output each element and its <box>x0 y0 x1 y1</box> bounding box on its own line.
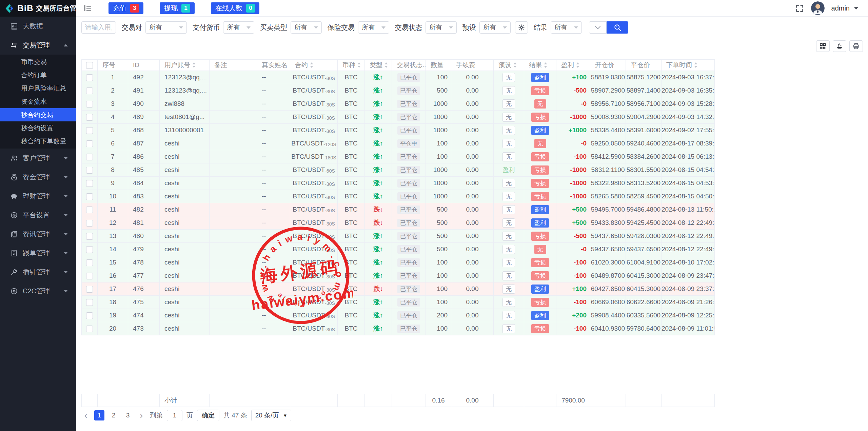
status-tag: 已平仓 <box>397 272 420 280</box>
column-header-result[interactable]: 结果 <box>524 60 556 71</box>
preset-button[interactable]: 无 <box>502 86 515 95</box>
result-select[interactable]: 所有 <box>551 21 582 34</box>
row-checkbox[interactable] <box>86 114 93 121</box>
online-users-button[interactable]: 在线人数0 <box>211 2 259 14</box>
sidebar-item-c2c-management[interactable]: C2C管理 <box>0 281 76 300</box>
sidebar-item-pin-management[interactable]: 插针管理 <box>0 262 76 281</box>
preset-button[interactable]: 无 <box>502 99 515 109</box>
sidebar-item-news-management[interactable]: 资讯管理 <box>0 224 76 243</box>
preset-button[interactable]: 无 <box>502 152 515 161</box>
next-page-button[interactable]: › <box>137 410 146 420</box>
column-header-type[interactable]: 类型 <box>365 60 392 71</box>
row-checkbox[interactable] <box>86 312 93 319</box>
row-checkbox[interactable] <box>86 127 93 134</box>
row-checkbox[interactable] <box>86 246 93 253</box>
pay-currency-select[interactable]: 所有 <box>223 21 254 34</box>
row-checkbox[interactable] <box>86 87 93 94</box>
fullscreen-icon[interactable] <box>795 4 804 13</box>
sort-icon <box>357 62 361 68</box>
user-id-input[interactable] <box>81 21 116 34</box>
prev-page-button[interactable]: ‹ <box>81 410 90 420</box>
preset-button[interactable]: 无 <box>502 311 515 320</box>
row-checkbox[interactable] <box>86 233 93 240</box>
preset-button[interactable]: 无 <box>502 205 515 214</box>
row-checkbox[interactable] <box>86 101 93 107</box>
page-button-1[interactable]: 1 <box>94 410 104 420</box>
insurance-trade-select[interactable]: 所有 <box>358 21 389 34</box>
row-checkbox[interactable] <box>86 259 93 266</box>
menu-toggle-icon[interactable] <box>83 4 92 13</box>
trade-status-select[interactable]: 所有 <box>426 21 457 34</box>
preset-button[interactable]: 无 <box>502 218 515 228</box>
confirm-page-button[interactable]: 确定 <box>197 410 219 421</box>
sidebar-subitem[interactable]: 合约订单 <box>0 68 76 82</box>
preset-button[interactable]: 无 <box>502 192 515 201</box>
export-button[interactable] <box>833 40 846 52</box>
buy-sell-type-select[interactable]: 所有 <box>291 21 322 34</box>
preset-button[interactable]: 无 <box>502 139 515 148</box>
cell-preset: 无 <box>494 282 524 296</box>
user-name[interactable]: admin <box>831 4 850 12</box>
row-checkbox[interactable] <box>86 167 93 174</box>
select-all-checkbox[interactable] <box>86 62 93 69</box>
preset-button[interactable]: 无 <box>502 298 515 307</box>
sidebar-subitem[interactable]: 秒合约交易 <box>0 108 76 121</box>
sidebar-subitem[interactable]: 币币交易 <box>0 55 76 68</box>
search-button[interactable] <box>607 21 628 34</box>
row-checkbox[interactable] <box>86 140 93 147</box>
row-checkbox[interactable] <box>86 180 93 187</box>
column-header-preset[interactable]: 预设 <box>494 60 524 71</box>
column-header-time[interactable]: 下单时间 <box>662 60 715 71</box>
preset-select[interactable]: 所有 <box>479 21 511 34</box>
per-page-select[interactable]: 20 条/页▼ <box>251 410 292 421</box>
column-header-profit[interactable]: 盈利 <box>556 60 590 71</box>
sidebar-item-platform-settings[interactable]: 平台设置 <box>0 205 76 224</box>
sidebar-item-trade-management[interactable]: 交易管理 <box>0 36 76 55</box>
print-button[interactable] <box>849 40 863 52</box>
column-header-status[interactable]: 交易状态.. <box>392 60 426 71</box>
preset-button[interactable]: 无 <box>502 245 515 254</box>
cell-fee: 0.00 <box>451 256 494 269</box>
preset-gear-button[interactable] <box>515 21 528 34</box>
row-checkbox[interactable] <box>86 193 93 200</box>
page-button-2[interactable]: 2 <box>108 410 119 420</box>
sidebar-item-customer-management[interactable]: 客户管理 <box>0 149 76 168</box>
goto-page-input[interactable] <box>167 410 182 421</box>
row-checkbox[interactable] <box>86 299 93 306</box>
sidebar-subitem[interactable]: 资金流水 <box>0 95 76 108</box>
preset-button[interactable]: 无 <box>502 179 515 188</box>
sidebar-item-big-data[interactable]: 大数据 <box>0 17 76 36</box>
sidebar-item-funds-management[interactable]: 资金管理 <box>0 168 76 187</box>
preset-button[interactable]: 无 <box>502 285 515 294</box>
preset-button[interactable]: 无 <box>502 271 515 280</box>
row-checkbox[interactable] <box>86 220 93 227</box>
column-header-account[interactable]: 用户账号 <box>160 60 210 71</box>
grid-button[interactable] <box>816 40 830 52</box>
row-checkbox[interactable] <box>86 273 93 279</box>
recharge-button[interactable]: 充值3 <box>108 2 143 14</box>
row-checkbox[interactable] <box>86 326 93 332</box>
sidebar-item-copy-trade-management[interactable]: 跟单管理 <box>0 243 76 262</box>
preset-button[interactable]: 无 <box>502 324 515 333</box>
sidebar-subitem[interactable]: 秒合约下单数量 <box>0 135 76 148</box>
preset-button[interactable]: 无 <box>502 232 515 241</box>
preset-button[interactable]: 无 <box>502 126 515 135</box>
trading-pair-select[interactable]: 所有 <box>145 21 187 34</box>
row-checkbox[interactable] <box>86 154 93 160</box>
sidebar-item-wealth-management[interactable]: 理财管理 <box>0 187 76 205</box>
row-checkbox[interactable] <box>86 207 93 213</box>
column-header-coin[interactable]: 币种 <box>338 60 365 71</box>
page-button-3[interactable]: 3 <box>123 410 133 420</box>
column-header-fee: 手续费 <box>451 60 494 71</box>
preset-button[interactable]: 无 <box>502 113 515 122</box>
sidebar-subitem[interactable]: 秒合约设置 <box>0 121 76 135</box>
expand-filters-button[interactable] <box>589 21 607 34</box>
avatar[interactable] <box>811 1 825 15</box>
preset-button[interactable]: 无 <box>502 73 515 82</box>
sidebar-subitem[interactable]: 用户风险率汇总 <box>0 82 76 95</box>
column-header-contract[interactable]: 合约 <box>290 60 338 71</box>
row-checkbox[interactable] <box>86 74 93 81</box>
withdraw-button[interactable]: 提现1 <box>160 2 195 14</box>
row-checkbox[interactable] <box>86 286 93 293</box>
preset-button[interactable]: 无 <box>502 258 515 267</box>
